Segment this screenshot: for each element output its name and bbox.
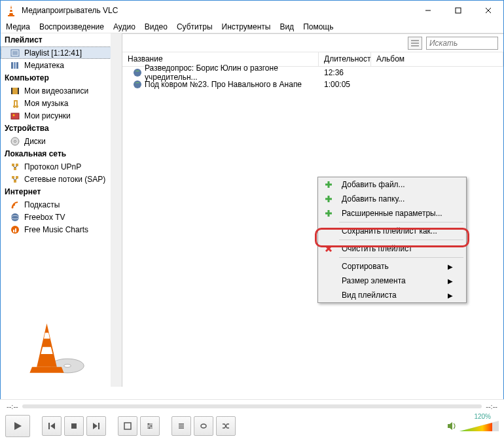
prev-button[interactable] <box>42 416 62 436</box>
view-mode-button[interactable] <box>408 37 422 50</box>
svg-rect-13 <box>14 62 16 69</box>
svg-point-69 <box>149 427 151 429</box>
seek-slider[interactable] <box>22 404 482 408</box>
svg-point-39 <box>64 365 71 368</box>
loop-button[interactable] <box>194 416 213 436</box>
extended-settings-button[interactable] <box>140 416 160 436</box>
volume-slider[interactable]: 120% <box>459 419 499 433</box>
playlist-icon <box>10 48 20 58</box>
playlist-row[interactable]: Под ковром №23. Про Навального в Анапе 1… <box>122 79 503 90</box>
maximize-button[interactable] <box>443 1 473 20</box>
svg-rect-37 <box>15 228 16 232</box>
cm-sort[interactable]: Сортировать ▶ <box>318 259 466 274</box>
chevron-right-icon: ▶ <box>448 277 453 285</box>
cm-add-folder[interactable]: Добавить папку... <box>318 192 466 206</box>
svg-rect-1 <box>8 15 14 16</box>
sidebar-item-freebox[interactable]: Freebox TV <box>1 211 122 223</box>
menu-view[interactable]: Вид <box>279 22 294 31</box>
sidebar-item-podcasts[interactable]: Подкасты <box>1 198 122 211</box>
cm-add-file[interactable]: Добавить файл... <box>318 177 466 192</box>
row-title: Разведопрос: Борис Юлин о разгоне учреди… <box>145 63 319 82</box>
menu-subtitles[interactable]: Субтитры <box>177 22 213 31</box>
sidebar-item-label: Моя музыка <box>24 99 68 108</box>
svg-marker-61 <box>93 423 98 429</box>
cm-advanced[interactable]: Расширенные параметры... <box>318 206 466 221</box>
sidebar-item-mediateka[interactable]: Медиатека <box>1 59 122 71</box>
play-button[interactable] <box>5 415 30 437</box>
svg-rect-27 <box>12 176 14 179</box>
svg-point-48 <box>134 80 141 88</box>
menu-help[interactable]: Помощь <box>303 22 333 31</box>
time-elapsed: --:-- <box>7 402 18 410</box>
cm-label: Очистить плейлист <box>342 244 412 253</box>
sidebar-item-playlist[interactable]: Playlist [1:12:41] <box>1 46 122 59</box>
cm-label: Добавить файл... <box>342 180 405 189</box>
svg-rect-12 <box>11 62 13 69</box>
playlist-button[interactable] <box>171 416 191 436</box>
close-button[interactable] <box>473 1 503 20</box>
svg-rect-24 <box>14 168 16 170</box>
menu-playback[interactable]: Воспроизведение <box>39 22 104 31</box>
sidebar-artwork <box>1 306 111 384</box>
svg-line-26 <box>15 166 17 168</box>
sidebar-item-music[interactable]: Моя музыка <box>1 97 122 109</box>
stop-button[interactable] <box>64 416 84 436</box>
svg-rect-18 <box>11 113 19 119</box>
plus-icon <box>322 181 335 188</box>
cm-label: Вид плейлиста <box>342 291 397 300</box>
sidebar-item-upnp[interactable]: Протокол UPnP <box>1 160 122 173</box>
chevron-right-icon: ▶ <box>448 292 453 299</box>
fullscreen-button[interactable] <box>118 416 137 436</box>
playlist-row[interactable]: Разведопрос: Борис Юлин о разгоне учреди… <box>122 67 503 79</box>
sidebar-item-label: Подкасты <box>24 200 60 209</box>
sidebar-item-jamendo[interactable]: Free Music Charts <box>1 223 122 236</box>
svg-marker-0 <box>9 5 13 15</box>
cm-separator <box>339 222 463 222</box>
speaker-icon[interactable] <box>446 421 457 431</box>
cm-playlist-view[interactable]: Вид плейлиста ▶ <box>318 288 466 302</box>
music-icon <box>10 98 20 109</box>
svg-point-32 <box>12 206 14 208</box>
sidebar-item-label: Free Music Charts <box>24 225 88 234</box>
playlist-panel: Название Длительност Альбом Разведопрос:… <box>122 33 503 387</box>
svg-rect-36 <box>13 230 14 232</box>
picture-icon <box>10 111 20 121</box>
svg-rect-3 <box>9 12 12 13</box>
sidebar-header-devices: Устройства <box>1 122 122 135</box>
sidebar-item-pictures[interactable]: Мои рисунки <box>1 109 122 122</box>
cm-separator <box>339 240 463 240</box>
sidebar-scrollbar[interactable] <box>111 33 122 387</box>
sidebar-item-sap[interactable]: Сетевые потоки (SAP) <box>1 173 122 185</box>
globe-icon <box>133 80 142 89</box>
window-title: Медиапроигрыватель VLC <box>22 6 413 15</box>
cm-save-playlist-as[interactable]: Сохранить плейлист как... <box>318 224 466 238</box>
cm-clear-playlist[interactable]: Очистить плейлист <box>318 241 466 256</box>
x-icon <box>322 245 335 253</box>
cm-item-size[interactable]: Размер элемента ▶ <box>318 274 466 288</box>
menu-video[interactable]: Видео <box>145 22 168 31</box>
shuffle-button[interactable] <box>216 416 236 436</box>
menu-tools[interactable]: Инструменты <box>222 22 271 31</box>
rss-icon <box>10 200 20 210</box>
next-button[interactable] <box>86 416 106 436</box>
volume-label: 120% <box>474 413 491 420</box>
cm-separator <box>339 257 463 258</box>
column-duration[interactable]: Длительност <box>319 52 371 66</box>
seek-bar: --:-- --:-- <box>0 400 504 413</box>
sidebar-item-disks[interactable]: Диски <box>1 135 122 147</box>
svg-rect-58 <box>48 423 50 429</box>
menu-media[interactable]: Медиа <box>6 22 30 31</box>
svg-rect-60 <box>71 423 77 429</box>
search-input[interactable] <box>426 37 498 50</box>
context-menu: Добавить файл... Добавить папку... Расши… <box>317 177 467 303</box>
menu-audio[interactable]: Аудио <box>113 22 135 31</box>
sidebar-item-videos[interactable]: Мои видеозаписи <box>1 84 122 97</box>
svg-point-33 <box>11 213 19 221</box>
minimize-button[interactable] <box>413 1 443 20</box>
svg-rect-16 <box>11 88 12 94</box>
sidebar-header-internet: Интернет <box>1 185 122 198</box>
svg-point-19 <box>13 114 15 116</box>
sidebar-header-lan: Локальная сеть <box>1 147 122 160</box>
sidebar-item-label: Мои видеозаписи <box>24 86 88 96</box>
column-album[interactable]: Альбом <box>371 52 503 66</box>
